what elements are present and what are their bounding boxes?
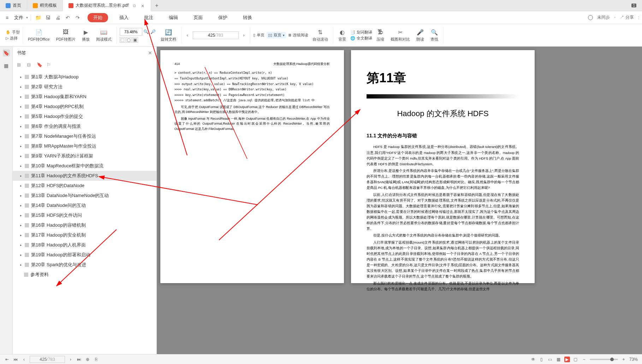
expand-icon[interactable]: ▸ <box>19 75 23 79</box>
screenshot-button[interactable]: ✂截图和对比 <box>388 27 412 43</box>
expand-icon[interactable]: ▸ <box>19 154 23 158</box>
compress-button[interactable]: 🗜压缩 <box>374 27 386 43</box>
next-page-icon[interactable]: › <box>68 357 73 362</box>
bookmark-item[interactable]: ▸第17章 Hadoop的安全机制 <box>13 230 156 240</box>
select-tool[interactable]: ▷选择 <box>6 36 20 41</box>
bookmark-item[interactable]: ▸第4章 Hadoop的RPC机制 <box>13 102 156 112</box>
expand-icon[interactable]: ▸ <box>19 243 23 247</box>
pdf-to-image-button[interactable]: 🖼PDF转图片 <box>54 27 78 43</box>
fit-page-icon[interactable]: ▢ <box>126 37 132 43</box>
actual-size-icon[interactable]: ▣ <box>132 37 138 43</box>
expand-icon[interactable]: ▸ <box>19 174 23 178</box>
expand-icon[interactable]: ▸ <box>19 194 23 197</box>
expand-icon[interactable]: ▸ <box>19 223 23 227</box>
expand-icon[interactable]: ▸ <box>19 95 23 99</box>
single-page-button[interactable]: ▯单页 <box>253 32 264 38</box>
bookmark-item[interactable]: ▸第19章 Hadoop的部署和启动 <box>13 250 156 260</box>
redo-icon[interactable]: ↷ <box>73 13 82 22</box>
close-panel-icon[interactable]: ✕ <box>148 50 152 56</box>
expand-icon[interactable]: ▸ <box>19 184 23 187</box>
share-button[interactable]: ↗ 分享 <box>620 14 634 20</box>
zoom-in-icon[interactable]: 🔎 <box>150 29 156 35</box>
expand-icon[interactable]: ▸ <box>19 233 23 237</box>
bookmark-item[interactable]: ▸第20章 Spark的优化与改进 <box>13 260 156 270</box>
bookmark-item[interactable]: ▸第2章 研究方法 <box>13 82 156 92</box>
zoom-input[interactable] <box>120 28 142 36</box>
bookmark-item-ref[interactable]: 参考资料 <box>13 270 156 280</box>
thumbnail-rail-icon[interactable]: ▦ <box>3 62 10 69</box>
view-mode-2-icon[interactable]: ▭ <box>547 357 553 362</box>
add-page-icon[interactable]: ⊕ <box>85 357 90 362</box>
hand-tool[interactable]: ✋手型 <box>6 30 20 35</box>
open-icon[interactable]: 📁 <box>34 13 42 22</box>
add-bookmark-icon[interactable]: 🔖 <box>37 62 42 68</box>
bookmark-item[interactable]: ▸第1章 大数据与Hadoop <box>13 72 156 82</box>
zoom-out-icon[interactable]: 🔍 <box>143 29 149 35</box>
zoom-slider-thumb[interactable] <box>610 358 614 361</box>
collapse-icon[interactable]: ⇤ <box>4 357 10 362</box>
tab-close-icon[interactable]: ✕ <box>141 4 145 8</box>
word-translate-button[interactable]: 📑划词翻译 <box>350 30 372 35</box>
expand-icon[interactable]: ▸ <box>19 115 23 118</box>
tab-home[interactable]: 首页 <box>0 0 27 11</box>
tab-duplicate-icon[interactable]: ⧉ <box>133 3 136 8</box>
more-icon[interactable]: ⎘ <box>93 357 99 362</box>
bookmark-icon[interactable]: ⚐ <box>47 62 52 68</box>
bookmark-item[interactable]: ▸第9章 YARN子系统的计算框架 <box>13 151 156 161</box>
first-page-icon[interactable]: ⏮ <box>13 357 18 362</box>
expand-icon[interactable]: ▸ <box>19 204 23 207</box>
continuous-button[interactable]: ≣连续阅读 <box>288 32 308 38</box>
undo-icon[interactable]: ↶ <box>64 13 72 22</box>
bookmark-item[interactable]: ▸第14章 DataNode间的互动 <box>13 201 156 210</box>
view-mode-3-icon[interactable]: ▦ <box>556 357 561 362</box>
fit-width-icon[interactable]: ⬚ <box>120 37 125 43</box>
bookmark-item[interactable]: ▸第16章 Hadoop的容错机制 <box>13 220 156 230</box>
ribbon-tab-annotate[interactable]: 批注 <box>140 13 157 22</box>
bookmark-item[interactable]: ▸第15章 HDFS的文件访问 <box>13 210 156 220</box>
save-icon[interactable]: 🖫 <box>44 13 52 22</box>
tab-add-button[interactable]: + <box>151 0 162 11</box>
find-button[interactable]: 🔍查找 <box>428 27 440 43</box>
last-page-icon[interactable]: ⏭ <box>76 357 82 362</box>
auto-scroll-button[interactable]: ⇅自动滚动 <box>310 27 330 43</box>
status-page-input[interactable]: 425/783 <box>30 356 65 363</box>
bookmark-item[interactable]: ▸第3章 Hadoop集群和YARN <box>13 92 156 102</box>
expand-icon[interactable]: ▸ <box>19 164 23 168</box>
zoom-in-status-icon[interactable]: + <box>621 357 626 362</box>
expand-icon[interactable]: ▸ <box>19 85 23 89</box>
bookmark-item[interactable]: ▸第8章 MRAppMaster与作业投运 <box>13 141 156 151</box>
ribbon-tab-page[interactable]: 页面 <box>189 13 207 22</box>
tab-template[interactable]: 稻壳模板 <box>27 0 63 11</box>
double-page-button[interactable]: ▯▯双页▾ <box>267 32 286 38</box>
print-icon[interactable]: 🖨 <box>54 13 62 22</box>
eye-icon[interactable]: 👁 <box>530 357 536 362</box>
read-aloud-button[interactable]: 🎤朗读 <box>414 27 426 43</box>
expand-icon[interactable]: ▸ <box>19 105 23 108</box>
tab-pdf[interactable]: 大数据处理系统...景分析.pdf ⧉ ✕ <box>63 0 151 11</box>
ribbon-tab-edit[interactable]: 编辑 <box>165 13 182 22</box>
expand-icon[interactable]: ▸ <box>19 253 23 257</box>
bookmark-item[interactable]: ▸第18章 Hadoop的人机界面 <box>13 240 156 250</box>
play-button[interactable]: ▶播放 <box>80 27 92 43</box>
view-mode-1-icon[interactable]: ▯ <box>539 357 545 362</box>
expand-icon[interactable]: ▸ <box>19 263 23 267</box>
bookmark-rail-icon[interactable]: 🔖 <box>3 49 10 56</box>
read-mode-button[interactable]: 📖阅读模式 <box>94 27 114 43</box>
ribbon-tab-protect[interactable]: 保护 <box>214 13 232 22</box>
presentation-icon[interactable]: ▢ <box>573 357 578 362</box>
ribbon-tab-start[interactable]: 开始 <box>88 13 108 22</box>
prev-page-icon[interactable]: ‹ <box>184 32 191 38</box>
collapse-all-icon[interactable]: ⊟ <box>27 62 32 68</box>
play-status-icon[interactable]: ▶ <box>564 357 570 362</box>
bookmark-item[interactable]: ▸第10章 MapReduce框架中的数据流 <box>13 161 156 171</box>
ribbon-tab-convert[interactable]: 转换 <box>239 13 256 22</box>
next-page-icon[interactable]: › <box>241 32 247 38</box>
ribbon-tab-insert[interactable]: 插入 <box>115 13 133 22</box>
rotate-button[interactable]: 🔄旋转文档 <box>159 27 178 43</box>
bookmark-item[interactable]: ▸第12章 HDFS的DataNode <box>13 181 156 191</box>
expand-all-icon[interactable]: ⊞ <box>17 62 23 68</box>
bookmark-item[interactable]: ▸第6章 作业的调度与指派 <box>13 121 156 131</box>
bookmark-item[interactable]: ▸第11章 Hadoop的文件系统HDFS <box>13 171 156 181</box>
bookmark-item[interactable]: ▸第7章 NodeManager与任务投运 <box>13 131 156 141</box>
expand-icon[interactable]: ▸ <box>19 125 23 128</box>
